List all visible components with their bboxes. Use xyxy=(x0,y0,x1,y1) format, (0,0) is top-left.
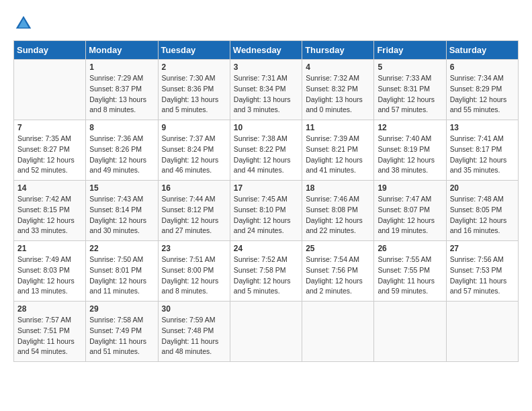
sunrise: Sunrise: 7:39 AM xyxy=(306,134,359,142)
day-cell: 18 Sunrise: 7:46 AM Sunset: 8:08 PM Dayl… xyxy=(302,181,374,241)
sunrise: Sunrise: 7:48 AM xyxy=(450,195,504,203)
day-cell: 20 Sunrise: 7:48 AM Sunset: 8:05 PM Dayl… xyxy=(446,181,518,241)
day-number: 7 xyxy=(17,123,82,132)
daylight: Daylight: 12 hours and 38 minutes. xyxy=(378,156,435,175)
day-cell: 11 Sunrise: 7:39 AM Sunset: 8:21 PM Dayl… xyxy=(302,120,374,181)
day-number: 26 xyxy=(378,244,442,253)
day-number: 23 xyxy=(162,244,226,253)
sunrise: Sunrise: 7:31 AM xyxy=(234,74,287,82)
logo-icon xyxy=(13,13,34,34)
day-cell xyxy=(230,302,302,362)
daylight: Daylight: 12 hours and 33 minutes. xyxy=(17,216,75,235)
day-cell: 1 Sunrise: 7:29 AM Sunset: 8:37 PM Dayli… xyxy=(86,60,158,120)
week-row-4: 28 Sunrise: 7:57 AM Sunset: 7:51 PM Dayl… xyxy=(14,302,519,362)
day-number: 25 xyxy=(306,244,370,253)
daylight: Daylight: 12 hours and 13 minutes. xyxy=(17,277,75,295)
sunrise: Sunrise: 7:29 AM xyxy=(89,74,143,82)
daylight: Daylight: 12 hours and 16 minutes. xyxy=(450,216,507,235)
daylight: Daylight: 12 hours and 35 minutes. xyxy=(450,156,507,175)
sunrise: Sunrise: 7:52 AM xyxy=(234,255,287,263)
day-cell: 6 Sunrise: 7:34 AM Sunset: 8:29 PM Dayli… xyxy=(446,60,518,120)
daylight: Daylight: 11 hours and 57 minutes. xyxy=(450,277,507,295)
day-cell xyxy=(446,302,518,362)
daylight: Daylight: 11 hours and 51 minutes. xyxy=(89,337,146,356)
sunset: Sunset: 8:03 PM xyxy=(17,266,70,274)
day-info: Sunrise: 7:58 AM Sunset: 7:49 PM Dayligh… xyxy=(89,315,154,357)
day-cell: 5 Sunrise: 7:33 AM Sunset: 8:31 PM Dayli… xyxy=(374,60,446,120)
daylight: Daylight: 11 hours and 48 minutes. xyxy=(162,337,219,356)
day-number: 21 xyxy=(17,244,82,253)
day-number: 13 xyxy=(450,123,515,132)
sunrise: Sunrise: 7:47 AM xyxy=(378,195,431,203)
sunrise: Sunrise: 7:35 AM xyxy=(17,134,71,142)
day-cell: 19 Sunrise: 7:47 AM Sunset: 8:07 PM Dayl… xyxy=(374,181,446,241)
day-number: 2 xyxy=(162,62,226,72)
day-info: Sunrise: 7:42 AM Sunset: 8:15 PM Dayligh… xyxy=(17,194,82,236)
day-number: 11 xyxy=(306,123,370,132)
day-cell: 25 Sunrise: 7:54 AM Sunset: 7:56 PM Dayl… xyxy=(302,241,374,302)
sunset: Sunset: 8:29 PM xyxy=(450,85,502,93)
sunrise: Sunrise: 7:33 AM xyxy=(378,74,431,82)
sunrise: Sunrise: 7:57 AM xyxy=(17,316,71,324)
day-cell: 12 Sunrise: 7:40 AM Sunset: 8:19 PM Dayl… xyxy=(374,120,446,181)
week-row-0: 1 Sunrise: 7:29 AM Sunset: 8:37 PM Dayli… xyxy=(14,60,519,120)
day-number: 18 xyxy=(306,183,370,193)
sunrise: Sunrise: 7:51 AM xyxy=(162,255,216,263)
sunset: Sunset: 7:58 PM xyxy=(234,266,286,274)
day-number: 9 xyxy=(162,123,226,132)
daylight: Daylight: 13 hours and 8 minutes. xyxy=(89,95,146,114)
day-info: Sunrise: 7:40 AM Sunset: 8:19 PM Dayligh… xyxy=(378,134,442,176)
day-cell: 4 Sunrise: 7:32 AM Sunset: 8:32 PM Dayli… xyxy=(302,60,374,120)
sunrise: Sunrise: 7:37 AM xyxy=(162,134,216,142)
day-cell: 8 Sunrise: 7:36 AM Sunset: 8:26 PM Dayli… xyxy=(86,120,158,181)
header-tuesday: Tuesday xyxy=(158,41,230,60)
day-cell: 30 Sunrise: 7:59 AM Sunset: 7:48 PM Dayl… xyxy=(158,302,230,362)
sunset: Sunset: 8:24 PM xyxy=(162,145,214,153)
day-number: 17 xyxy=(234,183,298,193)
day-info: Sunrise: 7:35 AM Sunset: 8:27 PM Dayligh… xyxy=(17,134,82,176)
sunrise: Sunrise: 7:45 AM xyxy=(234,195,287,203)
day-cell: 7 Sunrise: 7:35 AM Sunset: 8:27 PM Dayli… xyxy=(14,120,86,181)
day-cell: 21 Sunrise: 7:49 AM Sunset: 8:03 PM Dayl… xyxy=(14,241,86,302)
sunset: Sunset: 8:34 PM xyxy=(234,85,286,93)
day-info: Sunrise: 7:36 AM Sunset: 8:26 PM Dayligh… xyxy=(89,134,154,176)
day-number: 30 xyxy=(162,304,226,314)
daylight: Daylight: 12 hours and 46 minutes. xyxy=(162,156,219,175)
sunset: Sunset: 8:32 PM xyxy=(306,85,358,93)
sunset: Sunset: 7:51 PM xyxy=(17,326,70,334)
daylight: Daylight: 13 hours and 5 minutes. xyxy=(162,95,219,114)
day-number: 10 xyxy=(234,123,298,132)
header-friday: Friday xyxy=(374,41,446,60)
sunrise: Sunrise: 7:34 AM xyxy=(450,74,504,82)
day-info: Sunrise: 7:30 AM Sunset: 8:36 PM Dayligh… xyxy=(162,73,226,116)
sunrise: Sunrise: 7:38 AM xyxy=(234,134,287,142)
day-info: Sunrise: 7:47 AM Sunset: 8:07 PM Dayligh… xyxy=(378,194,442,236)
day-cell: 16 Sunrise: 7:44 AM Sunset: 8:12 PM Dayl… xyxy=(158,181,230,241)
day-cell: 15 Sunrise: 7:43 AM Sunset: 8:14 PM Dayl… xyxy=(86,181,158,241)
sunset: Sunset: 7:48 PM xyxy=(162,326,214,334)
day-number: 12 xyxy=(378,123,442,132)
page-header xyxy=(13,13,519,34)
day-number: 1 xyxy=(89,62,154,72)
day-info: Sunrise: 7:57 AM Sunset: 7:51 PM Dayligh… xyxy=(17,315,82,357)
daylight: Daylight: 12 hours and 52 minutes. xyxy=(17,156,75,175)
sunset: Sunset: 7:56 PM xyxy=(306,266,358,274)
day-cell: 29 Sunrise: 7:58 AM Sunset: 7:49 PM Dayl… xyxy=(86,302,158,362)
day-info: Sunrise: 7:39 AM Sunset: 8:21 PM Dayligh… xyxy=(306,134,370,176)
daylight: Daylight: 13 hours and 3 minutes. xyxy=(234,95,291,114)
daylight: Daylight: 11 hours and 54 minutes. xyxy=(17,337,75,356)
day-cell: 26 Sunrise: 7:55 AM Sunset: 7:55 PM Dayl… xyxy=(374,241,446,302)
day-info: Sunrise: 7:54 AM Sunset: 7:56 PM Dayligh… xyxy=(306,255,370,297)
day-info: Sunrise: 7:29 AM Sunset: 8:37 PM Dayligh… xyxy=(89,73,154,116)
daylight: Daylight: 12 hours and 55 minutes. xyxy=(450,95,507,114)
day-cell: 23 Sunrise: 7:51 AM Sunset: 8:00 PM Dayl… xyxy=(158,241,230,302)
daylight: Daylight: 12 hours and 44 minutes. xyxy=(234,156,291,175)
day-cell: 22 Sunrise: 7:50 AM Sunset: 8:01 PM Dayl… xyxy=(86,241,158,302)
sunset: Sunset: 8:19 PM xyxy=(378,145,430,153)
daylight: Daylight: 12 hours and 41 minutes. xyxy=(306,156,363,175)
day-info: Sunrise: 7:49 AM Sunset: 8:03 PM Dayligh… xyxy=(17,255,82,297)
day-cell: 3 Sunrise: 7:31 AM Sunset: 8:34 PM Dayli… xyxy=(230,60,302,120)
day-info: Sunrise: 7:48 AM Sunset: 8:05 PM Dayligh… xyxy=(450,194,515,236)
day-info: Sunrise: 7:51 AM Sunset: 8:00 PM Dayligh… xyxy=(162,255,226,297)
sunset: Sunset: 8:17 PM xyxy=(450,145,502,153)
